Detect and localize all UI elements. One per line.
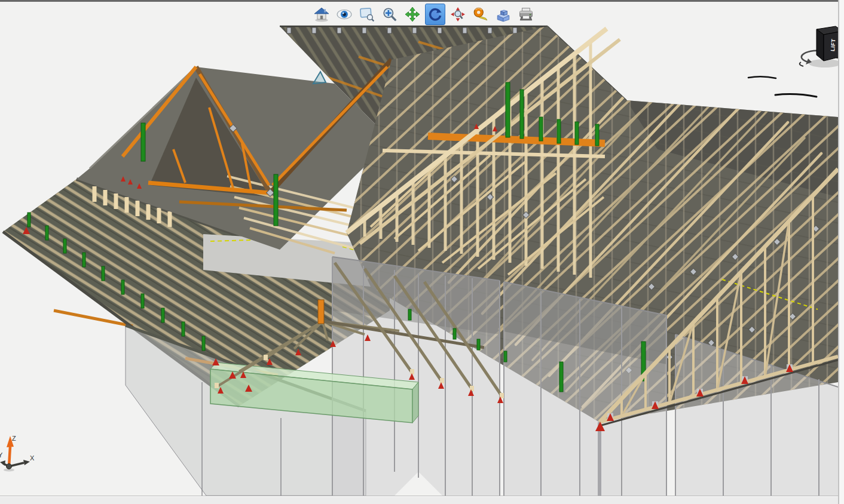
y-axis-label: Y bbox=[0, 451, 3, 459]
component-cube-icon bbox=[496, 7, 511, 22]
view-toolbar bbox=[311, 4, 536, 25]
home-view-button[interactable] bbox=[311, 4, 332, 25]
examine-button[interactable] bbox=[448, 4, 468, 25]
x-axis-label: X bbox=[30, 454, 35, 462]
measure-button[interactable] bbox=[470, 4, 491, 25]
examine-magnifier-icon bbox=[450, 7, 466, 22]
eye-icon bbox=[337, 7, 352, 22]
component-button[interactable] bbox=[493, 4, 513, 25]
print-button[interactable] bbox=[516, 4, 536, 25]
zoom-window-button[interactable] bbox=[357, 4, 377, 25]
zoom-in-icon bbox=[382, 7, 397, 22]
visibility-button[interactable] bbox=[334, 4, 354, 25]
window-right-margin bbox=[838, 0, 844, 504]
window-top-border bbox=[0, 0, 844, 2]
zoom-window-icon bbox=[359, 7, 375, 22]
zoom-in-button[interactable] bbox=[380, 4, 400, 25]
home-icon bbox=[314, 7, 329, 22]
orbit-button[interactable] bbox=[425, 4, 445, 25]
z-axis-label: Z bbox=[12, 435, 16, 442]
printer-icon bbox=[518, 7, 534, 22]
pan-button[interactable] bbox=[402, 4, 423, 25]
status-bar bbox=[0, 496, 838, 504]
3d-viewport[interactable]: LIFT Z X Y bbox=[0, 0, 838, 496]
orbit-rotate-icon bbox=[427, 7, 443, 22]
pan-arrows-icon bbox=[405, 7, 420, 22]
application-window: LIFT Z X Y bbox=[0, 0, 844, 504]
lift-label: LIFT bbox=[830, 38, 836, 51]
tape-measure-icon bbox=[473, 7, 488, 22]
